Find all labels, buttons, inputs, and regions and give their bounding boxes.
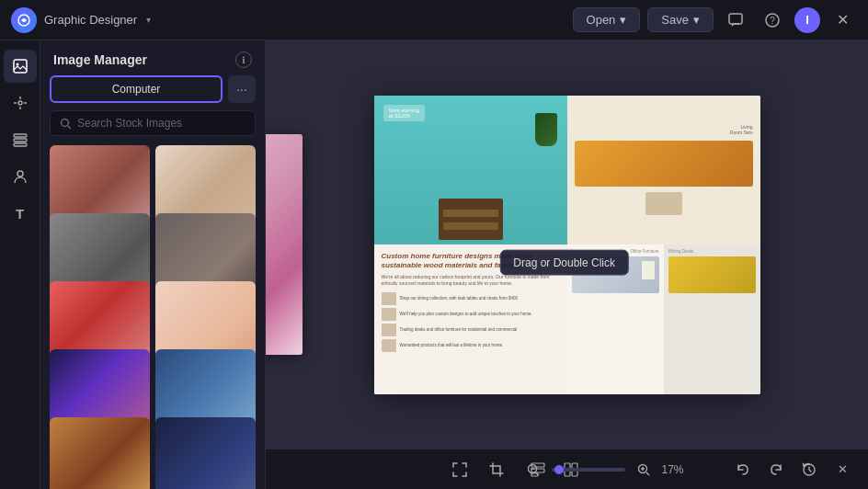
sidebar-item-layers[interactable]	[4, 123, 37, 156]
living-tag: LivingRoom Sets	[575, 124, 753, 135]
svg-rect-17	[531, 463, 544, 467]
product-icon-3	[382, 324, 396, 336]
vase-area	[535, 100, 563, 146]
text-icon: T	[16, 206, 24, 222]
canvas-area: Sets startingat $1200 LivingRoom Sets	[266, 40, 868, 489]
computer-button[interactable]: Computer	[50, 75, 223, 103]
product-icon-2	[382, 308, 396, 321]
office-right-panel: Writing Desks	[664, 244, 760, 394]
dresser-image	[439, 199, 503, 240]
product-icon-4	[382, 339, 396, 352]
save-button[interactable]: Save ▾	[647, 7, 714, 32]
svg-line-30	[646, 472, 649, 475]
sidebar-item-filters[interactable]	[4, 86, 37, 119]
help-button[interactable]: ?	[758, 6, 787, 35]
svg-rect-1	[729, 14, 742, 24]
svg-rect-11	[14, 134, 27, 137]
search-icon	[60, 118, 72, 130]
svg-rect-18	[531, 469, 544, 472]
product-text-3: Trading desks and office furniture for r…	[400, 327, 518, 333]
office-desk-image	[572, 256, 659, 293]
product-list: Shop our dining collection, with teak ta…	[382, 292, 560, 352]
sofa-image	[575, 141, 753, 187]
logo-icon[interactable]	[11, 7, 37, 33]
product-icon-1	[382, 292, 396, 305]
canvas-living-section: LivingRoom Sets	[567, 96, 760, 245]
furniture-title: Custom home furniture designs made from …	[382, 252, 560, 271]
avatar[interactable]: I	[794, 7, 820, 33]
product-item-1: Shop our dining collection, with teak ta…	[382, 292, 560, 305]
office-tag: Office Furniture	[572, 249, 659, 254]
close-icon: ✕	[838, 462, 848, 476]
sets-tag: Sets startingat $1200	[383, 105, 425, 121]
sidebar-item-text[interactable]: T	[4, 197, 37, 230]
svg-rect-4	[14, 60, 27, 73]
layers-toggle-button[interactable]	[523, 455, 553, 484]
svg-point-5	[16, 63, 18, 66]
svg-point-14	[17, 171, 23, 176]
canvas-teal-section: Sets startingat $1200	[374, 96, 567, 245]
icon-sidebar: T	[0, 40, 40, 489]
left-panel-image	[266, 134, 303, 355]
image-grid	[40, 145, 265, 489]
save-chevron-icon: ▾	[693, 13, 700, 27]
fit-screen-button[interactable]	[445, 455, 474, 484]
zoom-in-button[interactable]	[629, 455, 658, 484]
svg-point-6	[18, 101, 22, 105]
product-item-4: Warrantied products that will last a lif…	[382, 339, 560, 352]
topbar-close-button[interactable]: ✕	[828, 6, 857, 35]
canvas-workspace[interactable]: Sets startingat $1200 LivingRoom Sets	[266, 40, 868, 449]
undo-button[interactable]	[728, 455, 758, 484]
svg-text:?: ?	[770, 16, 775, 26]
search-box	[50, 110, 256, 136]
side-table-image	[645, 192, 682, 215]
close-icon: ✕	[837, 11, 849, 28]
main-content: T Image Manager ℹ Computer ···	[0, 40, 868, 489]
chat-button[interactable]	[721, 6, 750, 35]
design-canvas[interactable]: Sets startingat $1200 LivingRoom Sets	[374, 96, 760, 394]
crop-button[interactable]	[482, 455, 511, 484]
panel-title: Image Manager	[53, 52, 147, 67]
image-panel: Image Manager ℹ Computer ···	[40, 40, 266, 489]
sidebar-item-people[interactable]	[4, 160, 37, 193]
canvas-close-button[interactable]: ✕	[828, 455, 857, 484]
product-item-3: Trading desks and office furniture for r…	[382, 324, 560, 336]
svg-rect-12	[14, 139, 27, 142]
zoom-slider-thumb	[554, 465, 564, 474]
canvas-text-section: Custom home furniture designs made from …	[374, 244, 567, 394]
open-button[interactable]: Open ▾	[573, 7, 641, 32]
svg-point-15	[62, 119, 69, 126]
product-item-2: We'll help you plan custom designs to ad…	[382, 308, 560, 321]
search-input[interactable]	[77, 117, 246, 130]
app-title: Graphic Designer	[44, 13, 137, 27]
office-left-panel: Office Furniture	[567, 244, 664, 394]
list-item[interactable]	[50, 417, 150, 489]
svg-rect-13	[14, 143, 27, 146]
product-text-4: Warrantied products that will last a lif…	[400, 343, 504, 348]
furniture-desc: We're all about reducing our carbon foot…	[382, 274, 560, 287]
panel-header: Image Manager ℹ	[40, 40, 265, 75]
open-chevron-icon: ▾	[620, 13, 626, 27]
open-label: Open	[587, 13, 616, 27]
product-text-1: Shop our dining collection, with teak ta…	[400, 296, 519, 301]
list-item[interactable]	[155, 417, 256, 489]
zoom-percent: 17%	[662, 463, 690, 476]
sidebar-item-images[interactable]	[4, 50, 37, 83]
canvas-office-section: Office Furniture Writing Desks	[567, 244, 760, 394]
info-icon[interactable]: ℹ	[235, 51, 252, 68]
writing-tag: Writing Desks	[668, 249, 756, 254]
redo-button[interactable]	[761, 455, 791, 484]
history-button[interactable]	[794, 455, 824, 484]
more-options-button[interactable]: ···	[228, 75, 256, 103]
bottom-toolbar: 17%	[266, 449, 868, 489]
yellow-chair-image	[668, 256, 756, 293]
toolbar-right-actions: ✕	[728, 455, 857, 484]
more-icon: ···	[236, 82, 247, 97]
panel-actions: Computer ···	[40, 75, 265, 110]
topbar: Graphic Designer ▾ Open ▾ Save ▾ ? I ✕	[0, 0, 868, 40]
save-label: Save	[661, 13, 689, 27]
product-text-2: We'll help you plan custom designs to ad…	[400, 312, 532, 317]
app-title-chevron-icon[interactable]: ▾	[146, 15, 151, 25]
svg-rect-19	[531, 473, 538, 476]
zoom-slider[interactable]	[552, 468, 625, 472]
